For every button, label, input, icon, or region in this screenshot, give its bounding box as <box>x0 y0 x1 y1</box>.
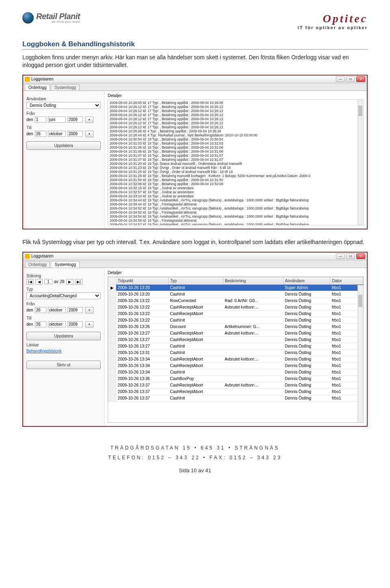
close-button[interactable]: ✕ <box>356 253 365 259</box>
type-select[interactable]: AccountingDetailChanged <box>26 292 101 299</box>
update-button[interactable]: Uppdatera <box>26 332 101 340</box>
to-day[interactable] <box>35 131 46 137</box>
table-row[interactable]: 2009-10-26 13:27CashRecieptAbortDennis Ö… <box>108 336 363 343</box>
log-line[interactable]: 2009-09-04 10:31:23 Id: 19 Typ: Övrigt ,… <box>110 166 356 170</box>
table-row[interactable]: 2009-10-26 13:37CashInitDennis Östlingfr… <box>108 395 363 401</box>
scrollbar-thumb[interactable] <box>358 106 362 116</box>
log-line[interactable]: 2009-09-04 10:34:55 Id: 19 Typ: , Företa… <box>110 218 356 223</box>
log-line[interactable]: 2009-09-04 10:34:52 Id: 19 Typ: , Företa… <box>110 210 356 214</box>
log-line[interactable]: 2009-09-04 10:26:12 Id: 17 Typ: , Betaln… <box>110 113 356 117</box>
from-date-picker[interactable]: den ▾ <box>26 117 101 123</box>
table-row[interactable]: 2009-10-26 13:26DiscountArtikelnummer: G… <box>108 323 363 330</box>
from-date-picker[interactable]: den ▾ <box>26 307 101 313</box>
first-page-button[interactable]: |◀ <box>26 279 34 285</box>
maximize-button[interactable]: ▭ <box>346 253 355 259</box>
calendar-icon[interactable]: ▾ <box>85 307 93 313</box>
tab-systemlogg[interactable]: Systemlogg <box>51 84 79 91</box>
calendar-icon[interactable]: ▾ <box>85 131 93 137</box>
column-header[interactable]: Dator <box>330 277 363 284</box>
log-line[interactable]: 2009-09-04 10:31:06 Id: 19 Typ: , Betaln… <box>110 145 356 149</box>
log-line[interactable]: 2009-09-04 10:31:06 Id: 19 Typ: , Betaln… <box>110 149 356 153</box>
to-month[interactable] <box>48 321 66 327</box>
log-line[interactable]: 2009-09-04 10:31:07 Id: 19 Typ: , Betaln… <box>110 153 356 158</box>
log-line[interactable]: 2009-09-04 10:31:03 Id: 19 Typ: , Betaln… <box>110 141 356 145</box>
from-day[interactable] <box>35 117 46 123</box>
from-year[interactable] <box>67 117 83 123</box>
table-row[interactable]: 2009-10-26 13:34CashInitDennis Östlingfr… <box>108 369 363 375</box>
from-month[interactable] <box>48 307 66 313</box>
log-line[interactable]: 2009-09-04 10:31:29 Id: 19 Typ: , Betaln… <box>110 174 356 178</box>
from-day[interactable] <box>35 307 46 313</box>
log-line[interactable]: 2009-09-04 10:34:57 Id: 19 Typ: Avtalsar… <box>110 223 356 225</box>
prev-page-button[interactable]: ◀ <box>35 279 43 285</box>
page-input[interactable] <box>44 279 52 284</box>
next-page-button[interactable]: ▶ <box>66 279 74 285</box>
column-header[interactable]: Beskrivning <box>223 277 283 284</box>
log-line[interactable]: 2009-09-04 10:31:07 Id: 19 Typ: , Betaln… <box>110 158 356 162</box>
scrollbar-thumb[interactable] <box>358 295 362 307</box>
calendar-icon[interactable]: ▾ <box>85 321 93 328</box>
log-line[interactable]: 2009-09-04 10:32:15 Id: 19 Typ: , Ändrat… <box>110 186 356 190</box>
table-row[interactable]: 2009-10-26 13:34CashRecieptAbortAvbrutet… <box>108 356 363 362</box>
scrollbar[interactable] <box>358 100 363 225</box>
log-line[interactable]: 2009-09-04 10:26:12 Id: 17 Typ: , Betaln… <box>110 109 356 113</box>
table-row[interactable]: 2009-10-26 13:22CashInitDennis Östlingfr… <box>108 317 363 323</box>
minimize-button[interactable]: — <box>336 76 345 82</box>
to-day[interactable] <box>35 321 46 327</box>
to-date-picker[interactable]: den ▾ <box>26 131 101 137</box>
column-header[interactable]: Typ <box>168 277 223 284</box>
behandlingshistorik-link[interactable]: Behandlingshistorik <box>26 349 101 353</box>
table-row[interactable]: 2009-10-26 13:27CashRecieptAbortAvbrutet… <box>108 330 363 336</box>
table-row[interactable]: 2009-10-26 13:31CashInitDennis Östlingfr… <box>108 349 363 356</box>
to-month[interactable] <box>48 131 66 137</box>
table-row[interactable]: 2009-10-26 13:37CashRecieptAbortDennis Ö… <box>108 388 363 395</box>
maximize-button[interactable]: ▭ <box>346 76 355 82</box>
log-line[interactable]: 2009-09-04 10:26:12 Id: 17 Typ: , Betaln… <box>110 105 356 109</box>
log-listbox[interactable]: 2009-09-04 10:26:05 Id: 17 Typ: , Betaln… <box>108 99 364 225</box>
log-line[interactable]: 2009-09-04 10:26:44 Id: 4 Typ: Återkalla… <box>110 133 356 137</box>
tab-systemlogg[interactable]: Systemlogg <box>51 261 79 268</box>
log-line[interactable]: 2009-09-04 10:34:44 Id: 19 Typ: Avtalsar… <box>110 198 356 202</box>
user-select[interactable]: Dennis Östling <box>26 102 101 109</box>
column-header[interactable]: Tidpunkt <box>116 277 168 284</box>
from-month[interactable] <box>48 117 66 123</box>
minimize-button[interactable]: — <box>336 253 345 259</box>
log-line[interactable]: 2009-09-04 10:30:54 Id: 19 Typ: , Betaln… <box>110 137 356 141</box>
log-line[interactable]: 2009-09-04 10:31:50 Id: 19 Typ: , Betaln… <box>110 178 356 182</box>
table-row[interactable]: 2009-10-26 13:22CashRecieptAbortAvbrutet… <box>108 304 363 310</box>
log-line[interactable]: 2009-09-04 10:34:44 Id: 19 Typ: , Företa… <box>110 202 356 206</box>
table-row[interactable]: 2009-10-26 13:37CashRecieptAbortAvbrutet… <box>108 382 363 388</box>
log-grid[interactable]: TidpunktTypBeskrivningAnvändareDator ▶20… <box>108 277 364 423</box>
column-header[interactable]: Användare <box>283 277 330 284</box>
table-row[interactable]: 2009-10-26 13:22RowCorrectedRad: 0 ArtNr… <box>108 297 363 304</box>
table-row[interactable]: 2009-10-26 13:20CashInitDennis Östlingfr… <box>108 291 363 297</box>
log-line[interactable]: 2009-09-04 10:26:12 Id: 17 Typ: , Betaln… <box>110 117 356 121</box>
log-line[interactable]: 2009-09-04 10:33:10 Id: 19 Typ: , Ändrat… <box>110 194 356 198</box>
log-line[interactable]: 2009-09-04 10:34:52 Id: 19 Typ: Avtalsar… <box>110 206 356 210</box>
close-button[interactable]: ✕ <box>356 76 365 82</box>
tab-orderlogg[interactable]: Orderlogg <box>25 261 50 268</box>
table-row[interactable]: 2009-10-26 13:27CashInitDennis Östlingfr… <box>108 343 363 349</box>
log-line[interactable]: 2009-09-04 10:26:12 Id: 17 Typ: , Betaln… <box>110 125 356 129</box>
scrollbar[interactable] <box>358 285 363 422</box>
last-page-button[interactable]: ▶| <box>75 279 82 285</box>
table-row[interactable]: ▶2009-10-26 13:20CashInitSuper Adminfrbo… <box>108 284 363 291</box>
log-line[interactable]: 2009-09-04 10:26:26 Id: 4 Typ: , Betalni… <box>110 129 356 133</box>
calendar-icon[interactable]: ▾ <box>85 117 93 123</box>
log-line[interactable]: 2009-09-04 10:26:12 Id: 17 Typ: , Betaln… <box>110 121 356 125</box>
log-line[interactable]: 2009-09-04 10:26:05 Id: 17 Typ: , Betaln… <box>110 101 356 105</box>
tab-orderlogg[interactable]: Orderlogg <box>25 84 50 91</box>
update-button[interactable]: Uppdatera <box>26 141 101 150</box>
table-row[interactable]: 2009-10-26 13:36CashBoxPopDennis Östling… <box>108 375 363 382</box>
log-line[interactable]: 2009-09-04 10:31:25 Id: 19 Typ: Övrigt ,… <box>110 170 356 174</box>
to-year[interactable] <box>67 321 83 327</box>
log-line[interactable]: 2009-09-04 10:31:20 Id: 19 Typ: Status ä… <box>110 162 356 166</box>
to-date-picker[interactable]: den ▾ <box>26 321 101 328</box>
table-row[interactable]: 2009-10-26 13:34CashRecieptAbortDennis Ö… <box>108 362 363 369</box>
print-button[interactable]: Skriv ut <box>26 361 101 369</box>
table-row[interactable]: 2009-10-26 13:22CashRecieptAbortDennis Ö… <box>108 310 363 317</box>
to-year[interactable] <box>67 131 83 137</box>
from-year[interactable] <box>67 307 83 313</box>
log-line[interactable]: 2009-09-04 10:32:08 Id: 19 Typ: , Betaln… <box>110 182 356 186</box>
log-line[interactable]: 2009-09-04 10:34:54 Id: 19 Typ: Avtalsar… <box>110 214 356 218</box>
